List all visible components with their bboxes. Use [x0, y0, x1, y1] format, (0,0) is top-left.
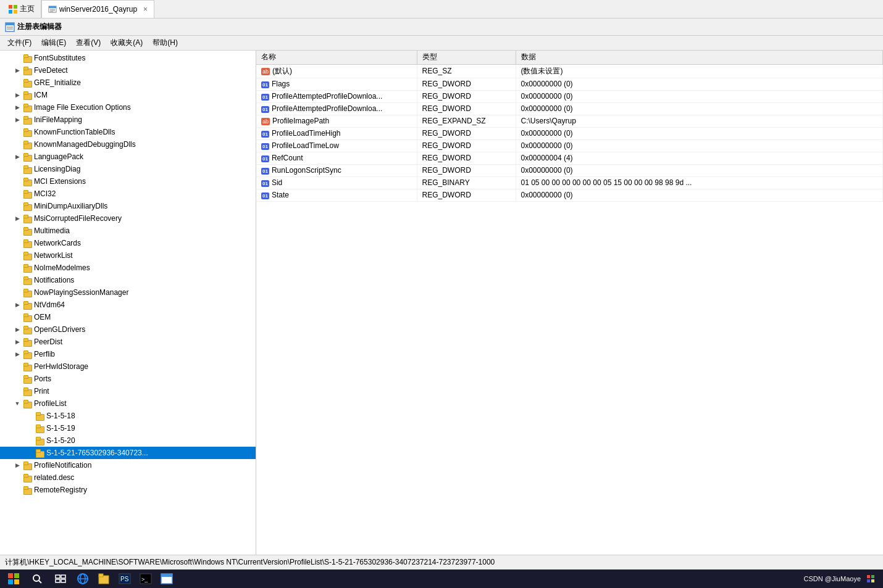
tree-arrow[interactable]: ▶ [12, 104, 22, 110]
tree-item[interactable]: NetworkCards [0, 237, 256, 249]
table-row[interactable]: abProfileImagePath REG_EXPAND_SZ C:\User… [256, 115, 883, 127]
tree-item[interactable]: LicensingDiag [0, 163, 256, 175]
tree-item-label: S-1-5-20 [46, 436, 75, 445]
tree-item[interactable]: NoImeModelmes [0, 262, 256, 274]
tab-active[interactable]: winServer2016_Qayrup × [41, 0, 154, 18]
tree-item-label: MCI32 [34, 189, 56, 198]
tree-item[interactable]: OEM [0, 311, 256, 323]
tree-item[interactable]: ▶IniFileMapping [0, 114, 256, 126]
tree-item[interactable]: ▶LanguagePack [0, 151, 256, 163]
cell-name: 01RunLogonScriptSync [256, 164, 417, 176]
tree-item[interactable]: S-1-5-21-765302936-340723... [0, 447, 256, 459]
tree-item[interactable]: NetworkList [0, 249, 256, 262]
start-button[interactable] [2, 570, 25, 587]
folder-icon [22, 190, 32, 197]
tree-arrow[interactable]: ▶ [12, 117, 22, 123]
tree-arrow[interactable]: ▶ [12, 339, 22, 345]
tree-arrow[interactable]: ▶ [12, 154, 22, 160]
tree-item[interactable]: ▶ProfileNotification [0, 459, 256, 471]
tree-item[interactable]: RemoteRegistry [0, 484, 256, 496]
tree-item[interactable]: related.desc [0, 471, 256, 484]
tree-item[interactable]: ▶Perflib [0, 348, 256, 360]
tree-arrow[interactable]: ▶ [12, 351, 22, 357]
tree-item[interactable]: S-1-5-20 [0, 434, 256, 447]
cell-type: REG_DWORD [417, 189, 516, 201]
taskbar-csdn-label: CSDN @JiuMaoye [804, 575, 861, 582]
svg-rect-15 [8, 579, 13, 584]
table-row[interactable]: 01State REG_DWORD 0x00000000 (0) [256, 189, 883, 201]
tree-item[interactable]: ▶ICM [0, 89, 256, 101]
tree-item-label: S-1-5-19 [46, 424, 75, 433]
explorer-button[interactable] [94, 570, 114, 587]
powershell-button[interactable]: PS [115, 570, 135, 587]
folder-icon [22, 338, 32, 346]
table-row[interactable]: 01RunLogonScriptSync REG_DWORD 0x0000000… [256, 164, 883, 176]
titlebar: 主页 winServer2016_Qayrup × [0, 0, 883, 19]
cmd-icon: >_ [140, 573, 152, 585]
table-row[interactable]: 01ProfileLoadTimeLow REG_DWORD 0x0000000… [256, 139, 883, 152]
search-button[interactable] [26, 570, 48, 587]
content-panel[interactable]: 名称 类型 数据 ab(默认) REG_SZ (数值未设置) 01Flags R… [256, 51, 883, 555]
tree-item[interactable]: ▶NtVdm64 [0, 299, 256, 311]
tree-item[interactable]: KnownManagedDebuggingDlls [0, 138, 256, 151]
table-row[interactable]: 01ProfileAttemptedProfileDownloa... REG_… [256, 90, 883, 102]
menu-help[interactable]: 帮助(H) [148, 36, 183, 49]
tree-item[interactable]: GRE_Initialize [0, 77, 256, 89]
menu-file[interactable]: 文件(F) [2, 36, 36, 49]
menu-favorites[interactable]: 收藏夹(A) [106, 36, 148, 49]
table-row[interactable]: 01Sid REG_BINARY 01 05 00 00 00 00 00 00… [256, 176, 883, 189]
tree-item[interactable]: MCI Extensions [0, 175, 256, 188]
cell-name: ab(默认) [256, 64, 417, 78]
tab-home[interactable]: 主页 [2, 0, 41, 18]
tree-arrow[interactable]: ▶ [12, 302, 22, 308]
tree-item[interactable]: MiniDumpAuxiliaryDlls [0, 200, 256, 212]
ie-button[interactable] [73, 570, 93, 587]
tree-item[interactable]: ▶Image File Execution Options [0, 101, 256, 114]
tree-item[interactable]: Ports [0, 373, 256, 385]
tree-item[interactable]: MCI32 [0, 188, 256, 200]
folder-icon [22, 486, 32, 494]
table-row[interactable]: ab(默认) REG_SZ (数值未设置) [256, 64, 883, 78]
tree-item[interactable]: KnownFunctionTableDlls [0, 126, 256, 138]
table-row[interactable]: 01ProfileLoadTimeHigh REG_DWORD 0x000000… [256, 127, 883, 139]
tree-item[interactable]: NowPlayingSessionManager [0, 286, 256, 299]
tree-item[interactable]: ▶MsiCorruptedFileRecovery [0, 212, 256, 225]
close-tab-button[interactable]: × [143, 5, 148, 14]
tree-content[interactable]: FontSubstitutes▶FveDetectGRE_Initialize▶… [0, 51, 256, 555]
svg-rect-2 [9, 10, 12, 14]
tree-arrow[interactable]: ▼ [12, 400, 22, 407]
tree-item[interactable]: S-1-5-19 [0, 422, 256, 434]
tree-item[interactable]: ▶FveDetect [0, 64, 256, 77]
tree-item-label: S-1-5-18 [46, 412, 75, 420]
tree-item[interactable]: S-1-5-18 [0, 410, 256, 422]
taskview-button[interactable] [49, 570, 72, 587]
menu-view[interactable]: 查看(V) [71, 36, 106, 49]
tree-item[interactable]: PerHwIdStorage [0, 360, 256, 373]
tree-arrow[interactable]: ▶ [12, 67, 22, 73]
tree-item[interactable]: ▶PeerDist [0, 336, 256, 348]
tree-item[interactable]: FontSubstitutes [0, 52, 256, 64]
table-row[interactable]: 01ProfileAttemptedProfileDownloa... REG_… [256, 102, 883, 115]
menu-edit[interactable]: 编辑(E) [36, 36, 71, 49]
cell-type: REG_DWORD [417, 78, 516, 90]
tree-item[interactable]: ▶OpenGLDrivers [0, 323, 256, 336]
svg-rect-19 [56, 575, 60, 578]
tree-arrow[interactable]: ▶ [12, 215, 22, 222]
tree-item[interactable]: Notifications [0, 274, 256, 286]
statusbar: 计算机\HKEY_LOCAL_MACHINE\SOFTWARE\Microsof… [0, 555, 883, 569]
tree-item[interactable]: Print [0, 385, 256, 397]
tree-arrow[interactable]: ▶ [12, 462, 22, 468]
cell-type: REG_BINARY [417, 176, 516, 189]
tree-item[interactable]: ▼ProfileList [0, 397, 256, 410]
tree-item-label: OEM [34, 313, 51, 321]
folder-icon [22, 91, 32, 99]
notification-icon[interactable] [866, 574, 876, 584]
tree-item[interactable]: Multimedia [0, 225, 256, 237]
tree-arrow[interactable]: ▶ [12, 326, 22, 333]
regedit-taskbar-button[interactable] [157, 570, 177, 587]
table-row[interactable]: 01RefCount REG_DWORD 0x00000004 (4) [256, 152, 883, 164]
cmd-button[interactable]: >_ [136, 570, 156, 587]
tree-arrow[interactable]: ▶ [12, 92, 22, 98]
table-row[interactable]: 01Flags REG_DWORD 0x00000000 (0) [256, 78, 883, 90]
folder-icon [22, 289, 32, 296]
